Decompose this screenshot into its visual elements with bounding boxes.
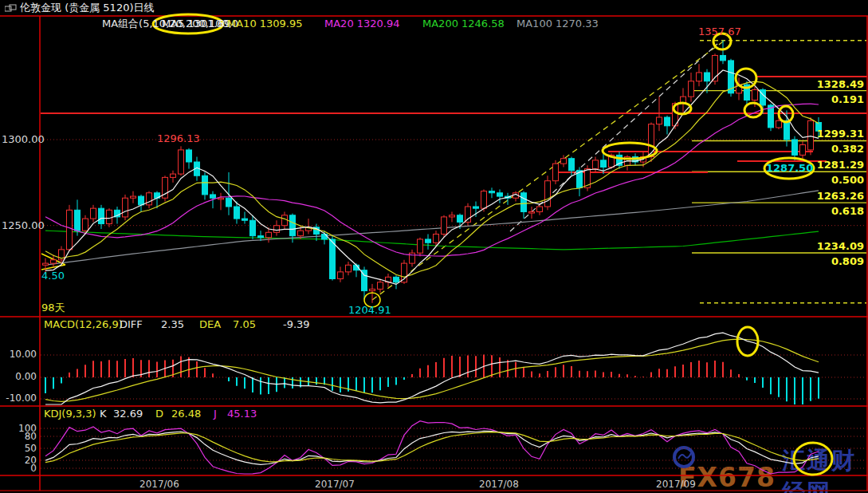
price-axis-label: 1250.00 (2, 220, 37, 231)
kdj-k-value: 32.69 (113, 408, 143, 419)
macd-dea-value: 7.05 (233, 319, 256, 329)
kdj-d-line (45, 432, 819, 463)
macd-histogram (45, 354, 819, 404)
high-price-label: 1357.67 (698, 26, 741, 37)
fib-price-label: 1263.26 (813, 191, 864, 201)
macd-axis-label: -10.00 (2, 393, 37, 403)
macd-diff-label: DIFF (120, 319, 143, 329)
fib-price-label: 1299.31 (813, 128, 864, 139)
ma200-line (45, 231, 819, 250)
ma-legend-item: MA5 1301.69 (162, 18, 230, 29)
kdj-j-value: 45.13 (227, 408, 257, 419)
macd-diff-line (45, 333, 819, 404)
macd-title: MACD(12,26,9) (44, 319, 123, 329)
alert-price-label: 1287.50 (766, 163, 813, 173)
kdj-j-line (45, 421, 819, 474)
x-axis-label: 2017/06 (139, 479, 179, 489)
fib-price-label: 1328.49 (813, 79, 864, 89)
kdj-title: KDJ(9,3,3) (44, 408, 96, 419)
fib-ratio-label: 0.382 (813, 144, 864, 154)
ma-legend-item: MA10 1309.95 (227, 18, 303, 29)
kdj-k-line (45, 431, 819, 464)
fib-ratio-label: 0.618 (813, 206, 864, 216)
ma20-line (45, 104, 819, 256)
fib-ratio-label: 0.191 (813, 94, 864, 105)
kdj-d-value: 26.48 (171, 408, 201, 419)
fib-price-label: 1234.09 (813, 241, 864, 251)
kdj-d-label: D (155, 408, 163, 419)
trading-app-window: 伦敦金现 (贵金属 5120)日线 FX678 汇通财经网 MA组合(5,10,… (0, 0, 868, 493)
ma5-line (45, 70, 819, 284)
ma100-line (45, 191, 819, 265)
swing-high-price-label: 1296.13 (157, 133, 200, 144)
price-axis-label: 1300.00 (2, 134, 37, 144)
fib-price-label: 1281.29 (813, 160, 864, 170)
macd-dea-line (45, 339, 819, 401)
ma-legend-item: MA20 1320.94 (324, 18, 400, 29)
x-axis-label: 2017/08 (479, 479, 519, 489)
kdj-axis-label: 0 (2, 463, 37, 473)
macd-axis-label: 10.00 (2, 349, 37, 359)
kdj-axis-label: 50 (2, 444, 37, 453)
macd-axis-label: 0.00 (2, 372, 37, 381)
ma-legend-item: MA200 1246.58 (422, 18, 505, 29)
kdj-j-label: J (214, 408, 217, 419)
ma10-line (45, 81, 819, 277)
macd-hist-value: -9.39 (283, 319, 310, 329)
macd-dea-label: DEA (199, 319, 221, 329)
days-count-tag: 98天 (41, 302, 65, 313)
x-axis-label: 2017/09 (656, 479, 696, 489)
fib-ratio-label: 0.500 (813, 175, 864, 185)
left-price-tag: 4.50 (41, 270, 65, 281)
kdj-axis-label: 80 (2, 432, 37, 441)
low-price-label: 1204.91 (348, 305, 391, 315)
macd-diff-value: 2.35 (161, 319, 184, 329)
trendlines (41, 40, 725, 300)
fib-ratio-label: 0.809 (813, 256, 864, 266)
x-axis-label: 2017/07 (315, 479, 355, 489)
ma-legend-item: MA100 1270.33 (516, 18, 599, 29)
kdj-k-label: K (100, 408, 107, 419)
